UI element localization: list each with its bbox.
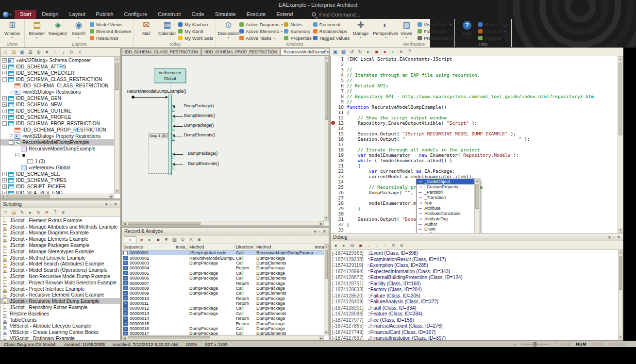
tree-item[interactable]: -IDD_SCHEMA_CLASS_RESTRICTION	[0, 76, 114, 83]
active-elements-item[interactable]: Active Elements▾	[239, 28, 283, 34]
message-label[interactable]: DumpPackage()	[188, 151, 218, 156]
script-list-item[interactable]: TableCounts	[0, 317, 120, 323]
autocomplete-item[interactable]: ⊸ _CustomProperty	[417, 184, 474, 190]
expander-icon[interactable]: -	[9, 140, 13, 145]
tree-item[interactable]: +«win32Dialog» Schema Composer	[0, 57, 114, 64]
record-row[interactable]: ✓00000009DumpPackageCallDumpElements	[122, 291, 324, 296]
my-gantt-item[interactable]: My Gantt	[178, 28, 213, 34]
clear-icon[interactable]: ✕	[188, 236, 194, 243]
script-list-item[interactable]: JScript - Recursive Model Dump Example	[0, 298, 120, 304]
row-checkbox[interactable]	[123, 251, 128, 255]
canvas-horizontal-scrollbar[interactable]: ◀ ▶	[122, 221, 324, 226]
column-header-insta[interactable]: Insta...	[313, 244, 325, 250]
active-diagrams-item[interactable]: Active Diagrams▾	[239, 21, 283, 28]
grid-icon[interactable]: ⊞	[27, 49, 33, 56]
tree-item[interactable]: +IDD_SCHEMA_SEL	[0, 171, 114, 177]
browser-button[interactable]: ▤Browser▾	[27, 20, 47, 39]
code-vertical-scrollbar[interactable]: ▲ ▼	[618, 56, 623, 233]
row-checkbox[interactable]: ✓	[123, 286, 128, 290]
expander-icon[interactable]: +	[2, 102, 7, 107]
script-list-item[interactable]: JScript - Model Search (Attributes) Exam…	[0, 261, 120, 267]
notes-item[interactable]: Notes	[284, 21, 311, 28]
mail-button[interactable]: ✉Mail	[136, 20, 156, 36]
record-row[interactable]: ✓00000013DumpPackageCallDumpElements	[122, 311, 324, 316]
summary-item[interactable]: Summary	[284, 28, 311, 34]
status-toggle-cap[interactable]: CAP	[561, 342, 571, 347]
tree-item[interactable]: -IDD_SCHEMA_PROP_RESTRICTION	[0, 120, 114, 127]
tree-item[interactable]: +IDD_SCHEMA_NEW	[0, 101, 114, 108]
autocomplete-item[interactable]: ⊸ Client	[417, 227, 474, 232]
pin-icon[interactable]: ◦	[318, 228, 320, 235]
column-header-method[interactable]: Method	[188, 244, 234, 250]
discussion-button[interactable]: ⊙Discussion▾	[218, 20, 238, 39]
refresh-icon[interactable]: ↻	[180, 236, 186, 243]
tree-item[interactable]: +IDD_SCHEMA_CHECKER	[0, 70, 114, 76]
calendar-button[interactable]: ▦Calendar	[157, 20, 177, 36]
script-list-item[interactable]: VBScript - Dictionary Example	[0, 335, 120, 340]
tree-item[interactable]: +IDD_VEA_REV_ENG	[0, 190, 114, 194]
status-toggle-num[interactable]: NUM	[576, 342, 586, 347]
tree-item[interactable]: -RecursiveModelDumpExample	[0, 139, 114, 146]
autocomplete-item[interactable]: ⊸ App	[417, 200, 474, 206]
row-checkbox[interactable]: ✓	[123, 321, 128, 326]
record-vertical-scrollbar[interactable]: ▲ ▼	[324, 244, 329, 335]
redo-icon[interactable]: ↻	[357, 49, 363, 55]
window-button[interactable]: ⊞Window▾	[2, 20, 22, 39]
row-checkbox[interactable]: ✓	[123, 266, 128, 270]
script-list-item[interactable]: JScript - Repository Extras Example	[0, 304, 120, 311]
register-item[interactable]: Register	[478, 35, 509, 41]
ribbon-tab[interactable]: Publish	[91, 10, 119, 19]
edit-icon[interactable]: ✎	[19, 209, 25, 216]
expander-icon[interactable]: +	[2, 96, 7, 100]
row-checkbox[interactable]: ✓	[123, 311, 128, 315]
status-toggle-cloud[interactable]: CLOUD	[609, 342, 625, 347]
debug-vertical-scrollbar[interactable]: ▲ ▼	[618, 250, 623, 340]
autocomplete-item[interactable]: ⊸ _CodeObject	[417, 179, 474, 184]
document-item[interactable]: Document	[313, 21, 350, 28]
ribbon-tab[interactable]: Start	[15, 10, 36, 19]
tree-item[interactable]: +IDD_SCHEMA_GEN	[0, 95, 114, 101]
row-checkbox[interactable]: ✓	[123, 296, 128, 300]
record-row[interactable]: ✓00000012DumpPackageCallDumpPackage	[122, 306, 324, 311]
columns-icon[interactable]: ▥	[171, 236, 178, 243]
expander-icon[interactable]: +	[2, 58, 7, 63]
tree-item[interactable]: +IDD_SCHEMA_PROFILE	[0, 114, 114, 120]
add-icon[interactable]: ⊕	[35, 49, 42, 56]
status-toggle-scrl[interactable]: SCRL	[591, 342, 604, 347]
autocomplete-item[interactable]: ⊸ _Transition	[417, 195, 474, 200]
options-icon[interactable]: ≡	[398, 49, 404, 55]
folder-icon[interactable]: ▤	[11, 49, 17, 56]
filter-icon[interactable]: ▼	[44, 49, 50, 56]
clear-icon[interactable]: ✕	[390, 242, 397, 249]
script-list-item[interactable]: Restore Baselines	[0, 311, 120, 317]
script-list-item[interactable]: JScript - Manage Packages Example	[0, 242, 120, 248]
close-icon[interactable]: ✕	[617, 233, 620, 241]
row-checkbox[interactable]: ✓	[123, 261, 128, 265]
preferences-item[interactable]: Preferences▾	[418, 35, 452, 41]
tree-item[interactable]: RecursiveModelDumpExample	[0, 146, 114, 152]
new-group-icon[interactable]: ▤	[11, 209, 17, 216]
navigator-button[interactable]: ◈Navigator	[48, 20, 67, 36]
script-list-item[interactable]: JScript - Model Search (Operations) Exam…	[0, 267, 120, 273]
record-row[interactable]: ✓00000015ReturnDumpPackage	[122, 321, 324, 326]
record-row[interactable]: ✓00000006DumpPackageCallDumpElements	[122, 276, 324, 281]
undo-icon[interactable]: ↺	[349, 49, 355, 55]
record-icon[interactable]: ●	[138, 236, 145, 243]
autocomplete-item[interactable]: ⊸ AttributeTag	[417, 216, 474, 221]
perspectives-button[interactable]: ◐Perspectives▾	[376, 20, 395, 39]
script-list-item[interactable]: JScript - Non-Recursive Model Dump Examp…	[0, 273, 120, 280]
diagram-tab[interactable]: *IDD_SCHEMA_PROP_RESTRICTION ✕	[201, 48, 280, 55]
menu-icon[interactable]: ≡	[77, 49, 83, 56]
record-row[interactable]: 00000001JScript global codeCallRecursive…	[122, 250, 324, 255]
save-all-icon[interactable]: ▦	[340, 49, 347, 55]
move-down-icon[interactable]: ↓	[60, 49, 67, 56]
refresh-icon[interactable]: ↻	[68, 49, 75, 56]
tagged-values-item[interactable]: Tagged Values	[313, 35, 350, 41]
script-list-item[interactable]: JScript - Recursive Element Count Exampl…	[0, 292, 120, 298]
record-row[interactable]: ✓00000002RecursiveModelDumpExa...CallDum…	[122, 255, 324, 260]
ribbon-tab[interactable]: Configure	[119, 10, 153, 19]
message-label[interactable]: DumpElements()	[184, 113, 215, 118]
script-list-item[interactable]: JScript - Manage Stereotypes Example	[0, 248, 120, 255]
expander-icon[interactable]: -	[2, 121, 7, 126]
record-row[interactable]: ✓00000010ReturnDumpPackage	[122, 296, 324, 301]
